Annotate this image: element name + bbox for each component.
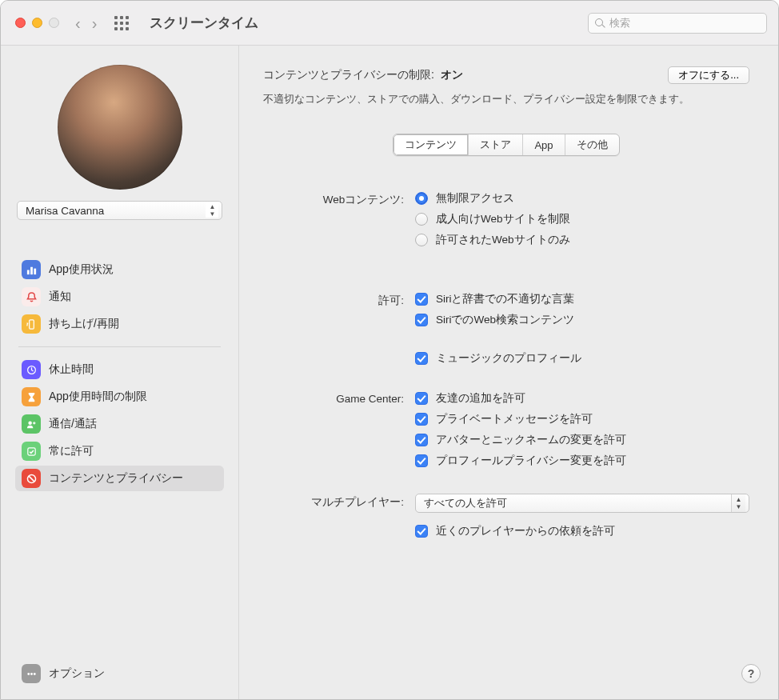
svg-point-9 [27,673,30,675]
search-icon [595,18,605,28]
sidebar: Marisa Cavanna ▲▼ App使用状況 通知 持ち上げ/再開 [1,46,239,699]
main-panel: コンテンツとプライバシーの制限: オン オフにする... 不適切なコンテンツ、ス… [239,46,778,699]
bar-chart-icon [22,260,41,279]
user-selector[interactable]: Marisa Cavanna ▲▼ [17,201,222,220]
restrictions-status: オン [441,68,463,82]
sidebar-item-app-usage[interactable]: App使用状況 [15,257,224,282]
chevron-up-down-icon: ▲▼ [206,203,218,218]
tab-store[interactable]: ストア [469,134,523,155]
chevron-up-down-icon: ▲▼ [731,494,745,512]
avatar [58,65,182,190]
radio-icon [415,192,428,205]
sidebar-divider [18,346,221,347]
ellipsis-icon [22,664,41,683]
content-form: Webコンテンツ: 無制限アクセス 成人向けWebサイトを制限 許可されたWeb… [263,191,749,538]
radio-icon [415,234,428,246]
allow-label: 許可: [263,292,404,308]
check-gc-add-friends[interactable]: 友達の追加を許可 [415,391,749,406]
help-button[interactable]: ? [741,664,761,683]
show-all-prefs-button[interactable] [114,16,129,30]
sidebar-item-label: 常に許可 [49,444,94,458]
sidebar-item-content-privacy[interactable]: コンテンツとプライバシー [15,466,224,491]
options-label: オプション [49,666,105,681]
sidebar-item-pickups[interactable]: 持ち上げ/再開 [15,311,224,337]
check-shield-icon [22,442,41,461]
minimize-window-button[interactable] [32,18,42,28]
check-gc-avatar-nick[interactable]: アバターとニックネームの変更を許可 [415,433,749,447]
prohibited-icon [22,469,41,488]
radio-allowed-only[interactable]: 許可されたWebサイトのみ [415,233,749,247]
restrictions-label: コンテンツとプライバシーの制限: [263,68,434,82]
sidebar-item-communication[interactable]: 通信/通話 [15,411,224,437]
svg-point-10 [30,673,33,675]
svg-point-6 [33,422,35,424]
svg-rect-2 [34,268,36,274]
content-area: Marisa Cavanna ▲▼ App使用状況 通知 持ち上げ/再開 [1,46,778,699]
checkbox-icon [415,413,428,426]
sidebar-options-button[interactable]: オプション [15,659,224,688]
radio-unrestricted[interactable]: 無制限アクセス [415,191,749,206]
window: ‹ › スクリーンタイム 検索 Marisa Cavanna ▲▼ App使用状… [0,0,779,700]
titlebar: ‹ › スクリーンタイム 検索 [1,1,778,46]
tab-app[interactable]: App [523,134,565,155]
checkbox-icon [415,454,428,467]
checkbox-icon [415,293,428,306]
pickup-icon [22,314,41,334]
sidebar-item-label: 通信/通話 [49,417,97,431]
sidebar-nav: App使用状況 通知 持ち上げ/再開 休止時間 App使用時間の制 [15,257,224,491]
hourglass-icon [22,387,41,406]
svg-point-5 [28,421,32,425]
multiplayer-label: マルチプレイヤー: [263,494,404,510]
svg-rect-0 [26,270,29,274]
checkbox-icon [415,352,428,365]
back-button[interactable]: ‹ [75,15,81,31]
sidebar-item-label: 通知 [49,290,71,304]
svg-rect-1 [30,266,33,274]
check-gc-private-msg[interactable]: プライベートメッセージを許可 [415,412,749,426]
web-content-options: 無制限アクセス 成人向けWebサイトを制限 許可されたWebサイトのみ [415,191,749,247]
window-controls [15,18,59,28]
check-music-profile[interactable]: ミュージックのプロフィール [415,351,749,366]
bell-icon [22,287,41,306]
restrictions-description: 不適切なコンテンツ、ストアでの購入、ダウンロード、プライバシー設定を制限できます… [263,92,749,106]
svg-point-11 [33,673,35,675]
check-siri-web[interactable]: SiriでのWeb検索コンテンツ [415,313,749,327]
tab-content[interactable]: コンテンツ [393,134,469,155]
clock-moon-icon [22,360,41,379]
checkbox-icon [415,314,428,326]
sidebar-item-app-limits[interactable]: App使用時間の制限 [15,384,224,410]
check-siri-explicit[interactable]: Siriと辞書での不適切な言葉 [415,292,749,306]
tab-bar: コンテンツ ストア App その他 [393,134,619,156]
web-content-label: Webコンテンツ: [263,191,404,207]
header-row: コンテンツとプライバシーの制限: オン オフにする... [263,66,749,84]
sidebar-item-always-allowed[interactable]: 常に許可 [15,438,224,464]
close-window-button[interactable] [15,18,26,28]
multiplayer-options: すべての人を許可 ▲▼ 近くのプレイヤーからの依頼を許可 [415,494,749,538]
radio-limit-adult[interactable]: 成人向けWebサイトを制限 [415,212,749,226]
search-field[interactable]: 検索 [588,13,767,34]
user-name: Marisa Cavanna [26,205,104,217]
turn-off-button[interactable]: オフにする... [668,66,749,84]
dropdown-value: すべての人を許可 [424,496,507,510]
check-gc-privacy-change[interactable]: プロフィールプライバシー変更を許可 [415,454,749,468]
radio-icon [415,213,428,226]
gamecenter-options: 友達の追加を許可 プライベートメッセージを許可 アバターとニックネームの変更を許… [415,391,749,468]
sidebar-item-label: 休止時間 [49,362,94,377]
sidebar-item-downtime[interactable]: 休止時間 [15,357,224,382]
allow-options: Siriと辞書での不適切な言葉 SiriでのWeb検索コンテンツ ミュージックの… [415,292,749,366]
sidebar-item-label: コンテンツとプライバシー [49,471,183,486]
checkbox-icon [415,434,428,446]
tab-other[interactable]: その他 [565,134,619,155]
checkbox-icon [415,525,428,538]
sidebar-item-notifications[interactable]: 通知 [15,284,224,310]
sidebar-item-label: App使用時間の制限 [49,390,147,404]
check-nearby-requests[interactable]: 近くのプレイヤーからの依頼を許可 [415,524,749,538]
svg-rect-7 [27,447,34,454]
zoom-window-button[interactable] [49,18,59,28]
sidebar-item-label: 持ち上げ/再開 [49,317,119,331]
people-icon [22,414,41,434]
forward-button[interactable]: › [92,15,98,31]
checkbox-icon [415,392,428,405]
gamecenter-label: Game Center: [263,391,404,405]
multiplayer-dropdown[interactable]: すべての人を許可 ▲▼ [415,494,749,513]
